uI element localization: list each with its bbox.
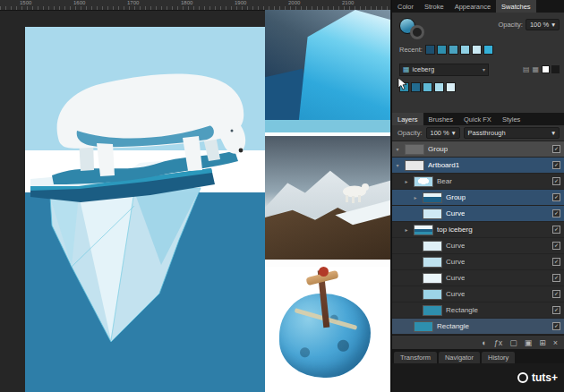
list-view-icon[interactable]: ▤ xyxy=(523,65,530,73)
grid-view-icon[interactable]: ▦ xyxy=(532,65,539,73)
tab-history[interactable]: History xyxy=(482,352,515,363)
layer-label: Group xyxy=(428,145,448,153)
blue-stone-photo[interactable] xyxy=(265,267,390,392)
layers-list: ▾ Group ✓ ▾ Artboard1 ✓ ▸ Bear ✓ ▸ Group xyxy=(392,141,564,335)
tab-transform[interactable]: Transform xyxy=(394,352,437,363)
tab-swatches[interactable]: Swatches xyxy=(496,0,536,13)
recent-swatches-row: Recent: xyxy=(399,45,493,55)
layer-row[interactable]: Curve ✓ xyxy=(392,254,564,270)
reference-photos-column xyxy=(265,10,390,392)
color-swatch[interactable] xyxy=(423,82,432,92)
visibility-checkbox[interactable]: ✓ xyxy=(552,242,560,250)
color-swatch[interactable] xyxy=(434,82,444,92)
layer-row[interactable]: Curve ✓ xyxy=(392,270,564,286)
layer-thumbnail xyxy=(414,225,433,235)
add-layer-icon[interactable]: ⊞ xyxy=(539,338,546,347)
color-swatch[interactable] xyxy=(425,45,435,55)
photo-bear-figure xyxy=(265,136,390,260)
tab-navigator[interactable]: Navigator xyxy=(439,352,480,363)
visibility-checkbox[interactable]: ✓ xyxy=(552,290,560,298)
color-swatch[interactable] xyxy=(483,45,493,55)
palette-name: iceberg xyxy=(413,65,435,73)
photo-knob xyxy=(319,267,329,277)
layer-row[interactable]: ▸ Group ✓ xyxy=(392,190,564,206)
visibility-checkbox[interactable]: ✓ xyxy=(552,226,560,234)
artwork-canvas[interactable] xyxy=(25,27,265,392)
layer-row[interactable]: ▸ top iceberg ✓ xyxy=(392,222,564,238)
visibility-checkbox[interactable]: ✓ xyxy=(552,306,560,314)
palette-dropdown[interactable]: ▦ iceberg ▾ xyxy=(399,64,489,76)
layer-label: Curve xyxy=(446,258,465,266)
layers-panel-tabs: Layers Brushes Quick FX Styles xyxy=(392,113,564,125)
polar-bear-illustration xyxy=(25,27,265,392)
layer-thumbnail xyxy=(414,176,433,187)
mask-icon[interactable]: ▢ xyxy=(509,338,517,347)
layer-thumbnail xyxy=(423,289,442,300)
layer-label: top iceberg xyxy=(437,226,473,234)
recent-label: Recent: xyxy=(399,46,423,54)
tab-brushes[interactable]: Brushes xyxy=(423,113,459,125)
logo-ring-icon xyxy=(517,372,528,383)
visibility-checkbox[interactable]: ✓ xyxy=(552,209,560,217)
stroke-color-indicator[interactable] xyxy=(410,25,424,39)
visibility-checkbox[interactable]: ✓ xyxy=(552,177,560,185)
expand-icon[interactable]: ▸ xyxy=(403,178,410,184)
expand-icon[interactable]: ▸ xyxy=(412,194,419,200)
tab-color[interactable]: Color xyxy=(392,0,419,13)
expand-icon[interactable]: ▾ xyxy=(394,146,401,152)
layer-label: Curve xyxy=(446,242,465,250)
expand-icon[interactable]: ▾ xyxy=(394,162,401,168)
color-swatch[interactable] xyxy=(449,45,458,55)
color-swatch[interactable] xyxy=(446,82,456,92)
layer-row[interactable]: Rectangle ✓ xyxy=(392,319,564,335)
layers-opacity-dropdown[interactable]: 100 % ▾ xyxy=(426,127,460,139)
tab-quick-fx[interactable]: Quick FX xyxy=(458,113,497,125)
ruler-label: 1800 xyxy=(181,0,192,5)
tab-appearance[interactable]: Appearance xyxy=(449,0,496,13)
layer-row[interactable]: Rectangle ✓ xyxy=(392,303,564,319)
visibility-checkbox[interactable]: ✓ xyxy=(552,258,560,266)
ruler-label: 1600 xyxy=(73,0,85,5)
layer-row[interactable]: ▾ Group ✓ xyxy=(392,141,564,158)
tab-stroke[interactable]: Stroke xyxy=(419,0,449,13)
tab-layers[interactable]: Layers xyxy=(392,113,423,125)
layer-row[interactable]: Curve ✓ xyxy=(392,286,564,303)
layer-row[interactable]: Curve ✓ xyxy=(392,206,564,222)
visibility-checkbox[interactable]: ✓ xyxy=(552,145,560,153)
layer-row[interactable]: ▾ Artboard1 ✓ xyxy=(392,158,564,174)
color-swatch[interactable] xyxy=(411,82,421,92)
adjustment-icon[interactable]: ◐ xyxy=(482,338,486,347)
color-swatch[interactable] xyxy=(542,65,550,73)
layer-thumbnail xyxy=(414,321,433,332)
delete-layer-icon[interactable]: × xyxy=(553,338,558,347)
visibility-checkbox[interactable]: ✓ xyxy=(552,161,560,169)
blend-mode-dropdown[interactable]: Passthrough ▾ xyxy=(464,127,560,139)
layer-thumbnail xyxy=(405,144,424,155)
swatches-panel: Opacity: 100 % ▾ Recent: ▦ iceberg ▾ ▤ xyxy=(392,13,564,114)
ruler-label: 1900 xyxy=(235,0,246,5)
visibility-checkbox[interactable]: ✓ xyxy=(552,274,560,282)
layer-row[interactable]: Curve ✓ xyxy=(392,238,564,254)
opacity-value-dropdown[interactable]: 100 % ▾ xyxy=(526,19,560,30)
visibility-checkbox[interactable]: ✓ xyxy=(552,193,560,201)
color-swatch[interactable] xyxy=(437,45,447,55)
layer-thumbnail xyxy=(423,273,442,284)
iceberg-photo[interactable] xyxy=(265,10,390,132)
chevron-down-icon: ▾ xyxy=(483,66,485,72)
color-swatch[interactable] xyxy=(472,45,482,55)
canvas-area[interactable]: 1500160017001800190020002100 xyxy=(0,0,390,392)
ruler-label: 1500 xyxy=(20,0,31,5)
tab-styles[interactable]: Styles xyxy=(497,113,526,125)
chevron-down-icon: ▾ xyxy=(551,129,555,137)
expand-icon[interactable]: ▸ xyxy=(403,226,410,233)
color-swatch[interactable] xyxy=(460,45,470,55)
layer-icon[interactable]: ▣ xyxy=(525,338,533,347)
visibility-checkbox[interactable]: ✓ xyxy=(552,322,560,330)
fx-icon[interactable]: ƒx xyxy=(494,338,503,347)
layer-label: Bear xyxy=(437,177,452,185)
polar-bear-photo[interactable] xyxy=(265,136,390,260)
color-swatch[interactable] xyxy=(551,65,560,73)
layers-options-row: Opacity: 100 % ▾ Passthrough ▾ xyxy=(392,125,564,141)
palette-swatch-strip xyxy=(399,82,456,92)
layer-row[interactable]: ▸ Bear ✓ xyxy=(392,174,564,190)
